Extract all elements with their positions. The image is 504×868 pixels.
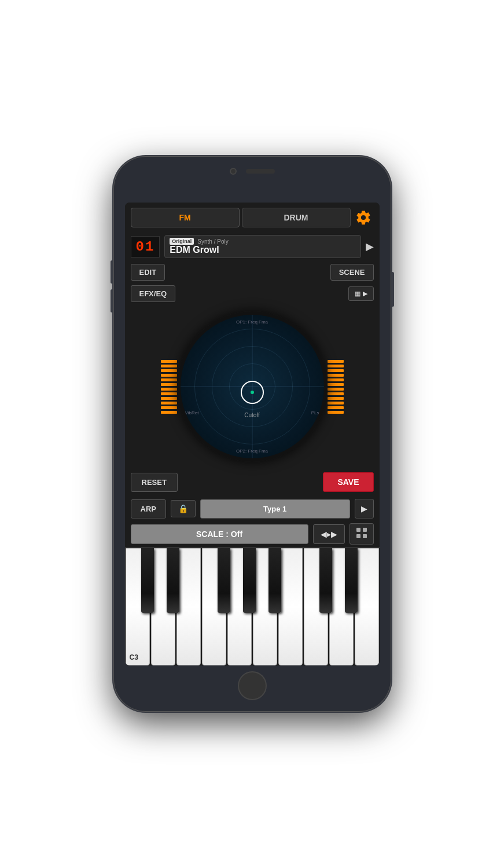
stripe bbox=[161, 411, 177, 414]
stripe bbox=[161, 365, 177, 367]
stripe bbox=[161, 392, 177, 395]
sequencer-play-icon: ▶ bbox=[363, 290, 367, 297]
stripe bbox=[161, 369, 177, 372]
preset-bar: 01 Original Synth / Poly EDM Growl ▶ bbox=[125, 233, 380, 260]
piano-c3-label: C3 bbox=[130, 653, 138, 661]
home-button[interactable] bbox=[238, 671, 267, 700]
stripe bbox=[328, 360, 344, 363]
preset-tag: Original bbox=[170, 238, 194, 245]
stripe bbox=[328, 378, 344, 381]
app-container: FM DRUM 01 Original Synth / Poly bbox=[125, 203, 380, 665]
settings-button[interactable] bbox=[353, 207, 374, 228]
stripe bbox=[328, 402, 344, 404]
preset-info[interactable]: Original Synth / Poly EDM Growl bbox=[164, 235, 360, 258]
preset-name: EDM Growl bbox=[170, 245, 355, 255]
piano-keyboard[interactable]: C3 bbox=[125, 547, 380, 665]
scale-arrow-button[interactable]: ◀▸▶ bbox=[313, 524, 345, 544]
preset-next-button[interactable]: ▶ bbox=[366, 240, 374, 253]
stripe bbox=[161, 378, 177, 381]
controls-row-2: EFX/EQ ▦ ▶ bbox=[125, 284, 380, 306]
header-tabs: FM DRUM bbox=[125, 203, 380, 233]
tab-drum[interactable]: DRUM bbox=[242, 208, 351, 227]
stripe bbox=[328, 383, 344, 386]
efxeq-button[interactable]: EFX/EQ bbox=[131, 285, 176, 302]
stripe bbox=[161, 402, 177, 404]
controls-row-1: EDIT SCENE bbox=[125, 260, 380, 284]
xy-label-top: OP1: Freq Fma bbox=[236, 319, 268, 325]
piano-key-gs3[interactable] bbox=[243, 548, 256, 613]
save-button[interactable]: SAVE bbox=[323, 472, 373, 492]
preset-number-display: 01 bbox=[131, 236, 160, 258]
piano-key-as3[interactable] bbox=[268, 548, 281, 613]
piano-key-fs3[interactable] bbox=[218, 548, 230, 613]
xy-ring-outer bbox=[194, 329, 310, 444]
phone-top-bar bbox=[230, 168, 275, 175]
action-row: RESET SAVE bbox=[125, 468, 380, 496]
stripe bbox=[328, 369, 344, 372]
stripe bbox=[161, 374, 177, 377]
scale-button[interactable]: SCALE : Off bbox=[131, 524, 308, 544]
arp-row: ARP 🔒 Type 1 ▶ bbox=[125, 496, 380, 521]
stripe bbox=[161, 383, 177, 386]
arp-next-button[interactable]: ▶ bbox=[355, 499, 374, 518]
piano-key-b3[interactable] bbox=[278, 548, 303, 665]
xy-label-left: VibRet bbox=[185, 410, 199, 415]
arp-type-display[interactable]: Type 1 bbox=[200, 499, 350, 518]
stripe bbox=[161, 360, 177, 363]
stripe bbox=[161, 397, 177, 400]
piano-key-cs4[interactable] bbox=[319, 548, 332, 613]
piano-key-e4[interactable] bbox=[355, 548, 379, 665]
sequencer-button[interactable]: ▦ ▶ bbox=[348, 286, 374, 301]
stripe bbox=[328, 411, 344, 414]
svg-rect-2 bbox=[356, 534, 360, 538]
xy-cursor bbox=[241, 381, 264, 404]
volume-down-button[interactable] bbox=[111, 289, 113, 312]
piano-key-ds3[interactable] bbox=[167, 548, 179, 613]
tab-fm[interactable]: FM bbox=[131, 208, 240, 227]
piano-key-cs3[interactable] bbox=[141, 548, 154, 613]
stripe bbox=[161, 388, 177, 391]
power-button[interactable] bbox=[391, 272, 394, 307]
stripe bbox=[161, 406, 177, 409]
preset-category: Synth / Poly bbox=[197, 238, 228, 245]
stripe bbox=[328, 392, 344, 395]
stripe bbox=[328, 397, 344, 400]
reset-button[interactable]: RESET bbox=[131, 473, 178, 492]
piano-key-ds4[interactable] bbox=[345, 548, 358, 613]
stripe bbox=[328, 406, 344, 409]
phone-frame: FM DRUM 01 Original Synth / Poly bbox=[113, 156, 391, 712]
front-camera bbox=[230, 168, 237, 175]
xy-label-right: PLs bbox=[311, 410, 319, 415]
scene-button[interactable]: SCENE bbox=[330, 264, 374, 281]
stripe bbox=[328, 365, 344, 367]
xy-pad-container: OP1: Freq Fma OP2: Freq Fma VibRet PLs C… bbox=[131, 306, 374, 468]
xy-label-bottom: OP2: Freq Fma bbox=[236, 448, 268, 454]
right-level-indicator bbox=[328, 306, 344, 468]
xy-resonance-knob[interactable] bbox=[301, 435, 318, 453]
piano-key-e3[interactable] bbox=[176, 548, 201, 665]
stripe bbox=[328, 374, 344, 377]
svg-rect-1 bbox=[363, 528, 367, 532]
stripe bbox=[328, 388, 344, 391]
xy-pad[interactable]: OP1: Freq Fma OP2: Freq Fma VibRet PLs C… bbox=[177, 311, 328, 462]
svg-rect-0 bbox=[356, 528, 360, 532]
svg-rect-3 bbox=[363, 534, 367, 538]
arp-lock-button[interactable]: 🔒 bbox=[171, 500, 196, 517]
sequencer-icon: ▦ bbox=[355, 290, 360, 297]
phone-screen: FM DRUM 01 Original Synth / Poly bbox=[125, 203, 380, 665]
xy-cutoff-label: Cutoff bbox=[244, 412, 260, 418]
arp-button[interactable]: ARP bbox=[131, 499, 166, 518]
earpiece-speaker bbox=[246, 169, 275, 174]
volume-up-button[interactable] bbox=[111, 260, 113, 284]
left-level-indicator bbox=[161, 306, 177, 468]
xy-cursor-dot bbox=[251, 391, 254, 394]
grid-button[interactable] bbox=[350, 523, 374, 545]
preset-number-value: 01 bbox=[136, 239, 155, 255]
scale-row: SCALE : Off ◀▸▶ bbox=[125, 521, 380, 547]
edit-button[interactable]: EDIT bbox=[131, 264, 165, 281]
